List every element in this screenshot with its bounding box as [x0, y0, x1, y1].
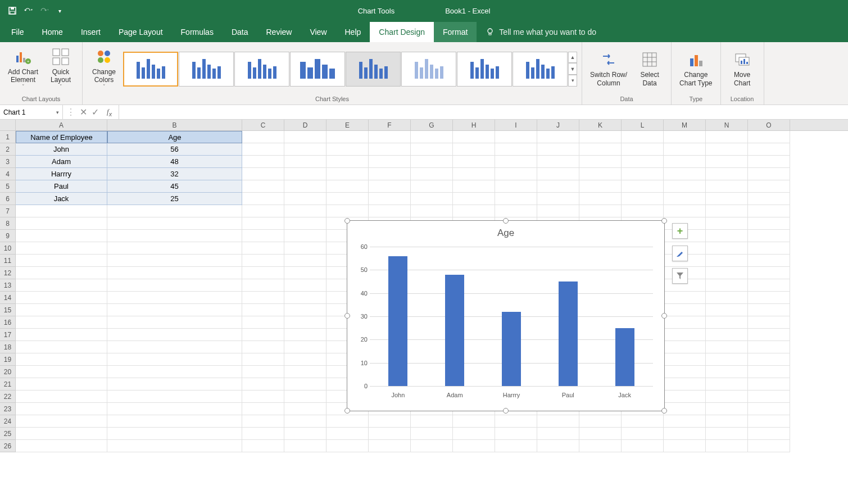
- cell-F4[interactable]: [369, 168, 411, 180]
- cell-E6[interactable]: [326, 193, 369, 205]
- cell-L6[interactable]: [622, 193, 664, 205]
- tab-chart-design[interactable]: Chart Design: [370, 22, 434, 42]
- chart-style-7[interactable]: [457, 52, 512, 87]
- cell-D8[interactable]: [284, 217, 326, 230]
- cell-D9[interactable]: [284, 230, 326, 242]
- col-header-F[interactable]: F: [369, 120, 411, 130]
- cell-C13[interactable]: [242, 279, 284, 292]
- cell-B12[interactable]: [107, 267, 242, 279]
- cell-O19[interactable]: [748, 353, 790, 366]
- cell-D24[interactable]: [284, 415, 326, 428]
- move-chart-button[interactable]: Move Chart: [725, 48, 759, 89]
- cell-B21[interactable]: [107, 378, 242, 391]
- cell-D25[interactable]: [284, 428, 326, 440]
- cell-O26[interactable]: [748, 440, 790, 452]
- cell-D12[interactable]: [284, 267, 326, 279]
- cell-G2[interactable]: [411, 143, 453, 156]
- col-header-N[interactable]: N: [706, 120, 748, 130]
- cell-N3[interactable]: [706, 156, 748, 168]
- cell-D16[interactable]: [284, 316, 326, 329]
- cell-O11[interactable]: [748, 255, 790, 267]
- cell-A15[interactable]: [16, 304, 107, 316]
- cell-K1[interactable]: [579, 131, 622, 143]
- cell-E5[interactable]: [326, 180, 369, 193]
- cell-C24[interactable]: [242, 415, 284, 428]
- switch-row-column-button[interactable]: Switch Row/ Column: [587, 48, 631, 89]
- row-header-18[interactable]: 18: [0, 341, 16, 353]
- col-header-C[interactable]: C: [242, 120, 284, 130]
- cell-O6[interactable]: [748, 193, 790, 205]
- cell-M2[interactable]: [664, 143, 706, 156]
- cell-B3[interactable]: 48: [107, 156, 242, 168]
- enter-formula-icon[interactable]: ✓: [92, 107, 99, 117]
- cell-F5[interactable]: [369, 180, 411, 193]
- save-icon[interactable]: [8, 6, 17, 15]
- chart-resize-handle[interactable]: [503, 218, 509, 224]
- cell-O16[interactable]: [748, 316, 790, 329]
- cell-M16[interactable]: [664, 316, 706, 329]
- cell-D22[interactable]: [284, 391, 326, 403]
- row-header-21[interactable]: 21: [0, 378, 16, 391]
- cell-D11[interactable]: [284, 255, 326, 267]
- cell-H5[interactable]: [453, 180, 495, 193]
- row-header-25[interactable]: 25: [0, 428, 16, 440]
- chart-style-3[interactable]: [234, 52, 289, 87]
- cell-O18[interactable]: [748, 341, 790, 353]
- col-header-L[interactable]: L: [622, 120, 664, 130]
- cell-M21[interactable]: [664, 378, 706, 391]
- cell-C7[interactable]: [242, 205, 284, 217]
- cell-A24[interactable]: [16, 415, 107, 428]
- cell-N16[interactable]: [706, 316, 748, 329]
- col-header-M[interactable]: M: [664, 120, 706, 130]
- row-header-17[interactable]: 17: [0, 329, 16, 341]
- cell-D14[interactable]: [284, 292, 326, 304]
- cell-A26[interactable]: [16, 440, 107, 452]
- cell-L1[interactable]: [622, 131, 664, 143]
- col-header-D[interactable]: D: [284, 120, 326, 130]
- fx-icon[interactable]: fx: [103, 107, 115, 117]
- cell-A5[interactable]: Paul: [16, 180, 107, 193]
- cell-C6[interactable]: [242, 193, 284, 205]
- col-header-A[interactable]: A: [16, 120, 107, 130]
- cell-B24[interactable]: [107, 415, 242, 428]
- cell-O4[interactable]: [748, 168, 790, 180]
- cell-B4[interactable]: 32: [107, 168, 242, 180]
- chart-resize-handle[interactable]: [344, 408, 350, 414]
- cell-J4[interactable]: [537, 168, 579, 180]
- cell-D19[interactable]: [284, 353, 326, 366]
- cell-F7[interactable]: [369, 205, 411, 217]
- cell-C17[interactable]: [242, 329, 284, 341]
- chart-style-4[interactable]: [290, 52, 345, 87]
- cell-F25[interactable]: [369, 428, 411, 440]
- cell-J6[interactable]: [537, 193, 579, 205]
- cell-A8[interactable]: [16, 217, 107, 230]
- cell-B26[interactable]: [107, 440, 242, 452]
- select-all-corner[interactable]: [0, 120, 16, 130]
- row-header-6[interactable]: 6: [0, 193, 16, 205]
- cell-G3[interactable]: [411, 156, 453, 168]
- cell-A3[interactable]: Adam: [16, 156, 107, 168]
- cell-K6[interactable]: [579, 193, 622, 205]
- cell-I25[interactable]: [495, 428, 537, 440]
- chart-plot-area[interactable]: 0102030405060JohnAdamHarrryPaulJack: [370, 247, 653, 386]
- cell-C14[interactable]: [242, 292, 284, 304]
- cell-B7[interactable]: [107, 205, 242, 217]
- cell-B5[interactable]: 45: [107, 180, 242, 193]
- cell-A22[interactable]: [16, 391, 107, 403]
- cell-D4[interactable]: [284, 168, 326, 180]
- row-header-5[interactable]: 5: [0, 180, 16, 193]
- cell-D26[interactable]: [284, 440, 326, 452]
- row-header-12[interactable]: 12: [0, 267, 16, 279]
- cell-L25[interactable]: [622, 428, 664, 440]
- chart-bar[interactable]: [559, 281, 578, 386]
- cell-C8[interactable]: [242, 217, 284, 230]
- cell-A6[interactable]: Jack: [16, 193, 107, 205]
- undo-icon[interactable]: [24, 6, 33, 15]
- cell-B16[interactable]: [107, 316, 242, 329]
- cell-L2[interactable]: [622, 143, 664, 156]
- chart-style-5[interactable]: [346, 52, 401, 87]
- cell-G25[interactable]: [411, 428, 453, 440]
- cell-H7[interactable]: [453, 205, 495, 217]
- cell-N19[interactable]: [706, 353, 748, 366]
- cell-D1[interactable]: [284, 131, 326, 143]
